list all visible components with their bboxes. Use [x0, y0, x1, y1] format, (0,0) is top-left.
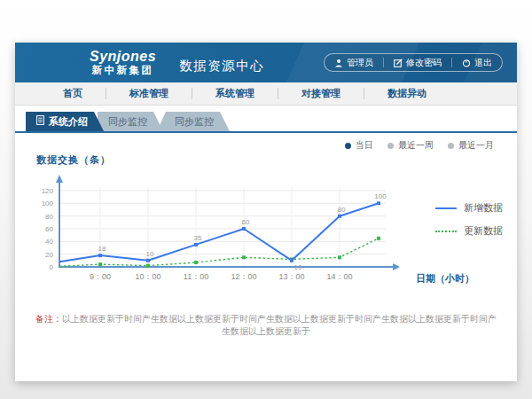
svg-text:0: 0: [50, 263, 54, 271]
tab-label: 同步监控: [175, 112, 214, 131]
svg-text:10: 10: [146, 250, 154, 258]
legend-item-new-data: 新增数据: [435, 201, 503, 215]
nav-item-system-mgmt[interactable]: 系统管理: [192, 82, 278, 105]
page-title: 数据资源中心: [179, 58, 264, 74]
svg-text:11：00: 11：00: [184, 272, 208, 281]
footnote-label: 备注：: [35, 314, 62, 324]
change-password-button[interactable]: 修改密码: [384, 57, 451, 69]
user-toolbar: 管理员 修改密码 退出: [324, 53, 503, 72]
line-chart: 0204060801001209：0010：0011：0012：0013：001…: [31, 168, 412, 292]
filter-option-today[interactable]: 当日: [345, 139, 373, 152]
dotted-line-icon: [435, 231, 457, 232]
svg-text:60: 60: [242, 218, 250, 226]
svg-text:35: 35: [194, 234, 202, 242]
radio-icon: [387, 143, 394, 149]
tab-label: 同步监控: [108, 112, 147, 131]
logo-en: Synjones: [90, 49, 156, 65]
svg-text:13：00: 13：00: [278, 272, 304, 281]
company-logo: Synjones 新中新集团: [90, 49, 156, 77]
x-axis-title: 日期（小时）: [416, 272, 474, 286]
svg-text:120: 120: [42, 187, 54, 195]
filter-label: 当日: [356, 139, 373, 152]
svg-text:10: 10: [294, 263, 302, 271]
document-icon: [36, 112, 44, 131]
tab-bar: 系统介绍 同步监控 同步监控: [26, 112, 223, 131]
svg-text:12：00: 12：00: [231, 272, 256, 281]
tab-label: 系统介绍: [49, 112, 88, 131]
edit-icon: [394, 59, 403, 67]
svg-text:20: 20: [45, 251, 53, 259]
footnote: 备注：以上数据更新于时间产生数据以上数据更新于时间产生数据以上数据更新于时间产生…: [15, 313, 517, 338]
tab-underline: [15, 131, 517, 133]
y-axis-title: 数据交换（条）: [36, 153, 111, 167]
legend-label: 更新数据: [464, 224, 503, 238]
filter-option-last-month[interactable]: 最近一月: [448, 139, 494, 152]
solid-line-icon: [435, 207, 457, 209]
chart-legend: 新增数据 更新数据: [435, 201, 503, 247]
app-header: Synjones 新中新集团 数据资源中心 管理员 修改密码: [15, 43, 517, 82]
time-range-filter: 当日 最近一周 最近一月: [345, 139, 494, 152]
app-window: Synjones 新中新集团 数据资源中心 管理员 修改密码: [15, 43, 517, 381]
filter-label: 最近一月: [458, 139, 494, 152]
legend-item-update-data: 更新数据: [435, 224, 503, 238]
user-name: 管理员: [347, 57, 373, 69]
radio-icon: [448, 143, 454, 149]
nav-item-interface-mgmt[interactable]: 对接管理: [278, 82, 364, 105]
svg-text:40: 40: [45, 238, 53, 246]
svg-text:14：00: 14：00: [326, 272, 352, 281]
tab-sync-monitor-2[interactable]: 同步监控: [157, 112, 230, 131]
svg-text:60: 60: [45, 225, 53, 233]
power-icon: [462, 59, 471, 67]
nav-item-data-change[interactable]: 数据异动: [364, 82, 450, 105]
user-menu[interactable]: 管理员: [325, 57, 383, 69]
logout-label: 退出: [474, 57, 492, 69]
filter-label: 最近一周: [398, 139, 434, 152]
tab-sync-monitor-1[interactable]: 同步监控: [98, 112, 163, 131]
svg-text:18: 18: [98, 245, 106, 253]
tab-system-intro[interactable]: 系统介绍: [26, 112, 104, 131]
radio-selected-icon: [345, 143, 351, 149]
nav-item-standard-mgmt[interactable]: 标准管理: [106, 82, 192, 105]
change-password-label: 修改密码: [406, 57, 442, 69]
svg-text:80: 80: [338, 206, 346, 214]
footnote-text: 以上数据更新于时间产生数据以上数据更新于时间产生数据以上数据更新于时间产生数据以…: [62, 314, 497, 336]
svg-text:9：00: 9：00: [90, 272, 111, 281]
legend-label: 新增数据: [464, 201, 503, 215]
svg-text:80: 80: [45, 213, 53, 221]
user-icon: [334, 59, 343, 67]
nav-item-home[interactable]: 首页: [40, 82, 106, 105]
svg-text:10：00: 10：00: [135, 272, 160, 281]
logout-button[interactable]: 退出: [452, 57, 502, 69]
main-nav: 首页 标准管理 系统管理 对接管理 数据异动: [15, 82, 517, 106]
content-panel: 系统介绍 同步监控 同步监控 当日 最近一周 最近一月 数据: [15, 106, 517, 381]
filter-option-last-week[interactable]: 最近一周: [387, 139, 434, 152]
svg-text:100: 100: [374, 192, 387, 200]
svg-text:100: 100: [42, 200, 54, 207]
logo-cn: 新中新集团: [90, 65, 156, 76]
